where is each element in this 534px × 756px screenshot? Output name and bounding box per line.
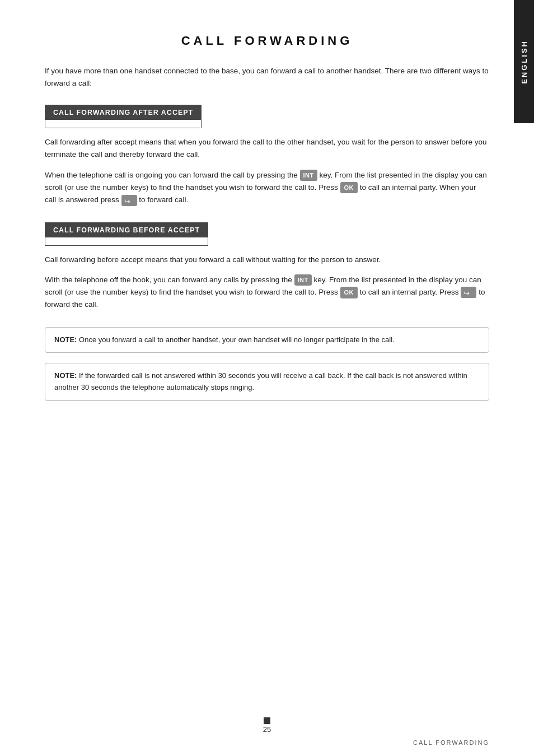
- page-square-icon: [264, 717, 270, 724]
- note-box-1: NOTE: Once you forward a call to another…: [45, 327, 489, 353]
- para2-pre: When the telephone call is ongoing you c…: [45, 171, 298, 179]
- int-key-after: INT: [300, 170, 317, 181]
- para2-post: to forward call.: [139, 195, 188, 204]
- note2-label: NOTE:: [54, 371, 77, 380]
- intro-text: If you have more than one handset connec…: [45, 65, 489, 89]
- section-after-accept-body: Call forwarding after accept means that …: [45, 136, 489, 206]
- note-box-2: NOTE: If the forwarded call is not answe…: [45, 363, 489, 401]
- section-before-para2: With the telephone off the hook, you can…: [45, 274, 489, 311]
- before-para2-mid2: to call an internal party. Press: [360, 288, 459, 296]
- section-before-accept-header: CALL FORWARDING BEFORE ACCEPT: [45, 223, 208, 237]
- section-before-accept-body: Call forwarding before accept means that…: [45, 254, 489, 311]
- ok-key-before: OK: [340, 287, 358, 298]
- side-tab-label: ENGLISH: [520, 40, 528, 84]
- section-after-accept-header-wrap: CALL FORWARDING AFTER ACCEPT: [45, 105, 202, 128]
- note1-label: NOTE:: [54, 335, 77, 344]
- page-number-block: 25: [263, 717, 271, 734]
- section-before-accept-header-wrap: CALL FORWARDING BEFORE ACCEPT: [45, 222, 208, 246]
- side-tab: ENGLISH: [514, 0, 534, 123]
- section-after-para2: When the telephone call is ongoing you c…: [45, 169, 489, 207]
- page-footer: 25: [0, 717, 534, 734]
- page-number: 25: [263, 725, 271, 734]
- note1-text: Once you forward a call to another hands…: [77, 335, 394, 344]
- section-after-para1: Call forwarding after accept means that …: [45, 136, 489, 161]
- bottom-right-label: CALL FORWARDING: [413, 739, 489, 746]
- section-before-para1: Call forwarding before accept means that…: [45, 254, 489, 266]
- note2-text: If the forwarded call is not answered wi…: [54, 371, 467, 391]
- ok-key-after: OK: [340, 182, 358, 193]
- section-after-accept: CALL FORWARDING AFTER ACCEPT Call forwar…: [45, 105, 489, 206]
- phone-forward-icon-after: [121, 195, 137, 206]
- section-before-accept: CALL FORWARDING BEFORE ACCEPT Call forwa…: [45, 222, 489, 311]
- page-title: CALL FORWARDING: [45, 34, 489, 48]
- section-after-accept-header: CALL FORWARDING AFTER ACCEPT: [45, 105, 201, 120]
- before-para2-pre: With the telephone off the hook, you can…: [45, 276, 292, 284]
- int-key-before: INT: [294, 274, 312, 286]
- phone-forward-icon-before: [461, 287, 476, 298]
